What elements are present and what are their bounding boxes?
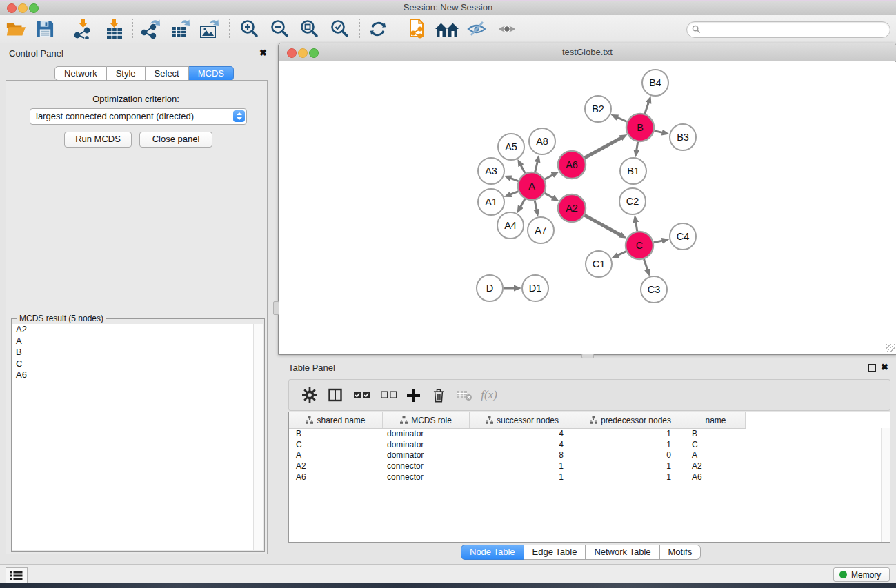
graph-node-A5[interactable]: A5 [498,134,524,160]
graph-edge-B-B1[interactable] [637,142,638,152]
graph-edge-B-B2[interactable] [617,117,627,122]
table-cell[interactable]: A2 [289,461,382,472]
optimization-criterion-select[interactable]: largest connected component (directed) [30,108,247,125]
graph-edge-A-A7[interactable] [535,201,537,211]
deselect-all-columns-icon[interactable] [377,380,401,410]
result-list-scrollbar[interactable] [253,324,263,550]
table-row[interactable]: Cdominator41C [289,440,890,451]
graph-node-B1[interactable]: B1 [620,158,646,184]
tab-node-table[interactable]: Node Table [461,545,524,560]
list-item[interactable]: C [12,358,253,370]
search-input[interactable] [686,21,890,38]
save-session-icon[interactable] [32,17,58,41]
graph-edge-A2-C[interactable] [584,215,621,235]
table-cell[interactable]: A6 [684,472,742,483]
horizontal-split-handle[interactable] [581,354,594,358]
hide-selected-eye-icon[interactable] [464,17,490,41]
run-mcds-button[interactable]: Run MCDS [64,132,132,148]
table-cell[interactable]: dominator [382,450,468,461]
tab-select[interactable]: Select [146,66,189,81]
zoom-out-icon[interactable] [266,17,292,41]
graph-node-B3[interactable]: B3 [670,124,696,150]
table-cell[interactable]: C [289,440,382,451]
network-canvas[interactable]: B4B2BB3A8A5A6A3B1AA1C2A2A4A7C4CC1DD1C3 [279,61,895,354]
list-item[interactable]: A2 [12,324,253,336]
graph-edge-A-A4[interactable] [520,199,525,207]
graph-node-A[interactable]: A [518,172,546,200]
select-all-columns-icon[interactable] [350,380,375,410]
graph-edge-A-A8[interactable] [535,161,538,172]
graph-node-A6[interactable]: A6 [558,151,586,179]
table-cell[interactable]: C [684,440,742,451]
table-cell[interactable]: A [289,450,382,461]
table-cell[interactable]: 1 [468,472,573,483]
graph-node-D1[interactable]: D1 [522,275,548,301]
graph-edge-B-B4[interactable] [645,101,649,114]
memory-button[interactable]: Memory [833,567,890,582]
table-cell[interactable]: A6 [289,472,382,483]
graph-node-A7[interactable]: A7 [528,217,554,243]
tab-motifs[interactable]: Motifs [660,545,701,560]
graph-node-C3[interactable]: C3 [641,276,667,303]
graph-node-D[interactable]: D [477,275,503,301]
list-item[interactable]: A [12,336,253,347]
table-cell[interactable]: B [684,429,742,440]
delete-table-icon[interactable] [452,380,477,410]
graph-node-A3[interactable]: A3 [478,158,504,184]
show-all-eye-icon[interactable] [494,17,520,41]
tab-network-table[interactable]: Network Table [586,545,659,560]
table-cell[interactable]: 4 [468,429,573,440]
graph-node-A4[interactable]: A4 [497,212,524,239]
close-panel-button[interactable]: Close panel [139,132,212,148]
table-cell[interactable]: dominator [382,440,468,451]
table-cell[interactable]: connector [382,472,468,483]
list-item[interactable]: B [12,347,253,358]
table-cell[interactable]: 0 [573,450,684,461]
graph-edge-A-A5[interactable] [521,165,526,174]
split-columns-icon[interactable] [323,380,348,410]
zoom-selected-icon[interactable] [326,17,352,41]
table-cell[interactable]: 1 [573,440,684,451]
graph-edge-C-C2[interactable] [635,221,637,232]
zoom-fit-icon[interactable] [296,17,322,41]
graph-edge-A6-B[interactable] [584,137,621,158]
table-row[interactable]: A2connector11A2 [289,461,890,472]
tab-mcds[interactable]: MCDS [189,66,234,81]
zoom-in-icon[interactable] [236,17,262,41]
table-row[interactable]: Adominator80A [289,450,890,461]
table-cell[interactable]: 1 [573,429,684,440]
vertical-split-handle[interactable] [273,301,279,315]
table-row[interactable]: Bdominator41B [289,429,890,440]
tab-network[interactable]: Network [54,66,107,81]
graph-edge-A-A1[interactable] [510,192,518,195]
table-cell[interactable]: connector [382,461,468,472]
graph-edge-A-A6[interactable] [545,174,554,179]
graph-node-B2[interactable]: B2 [585,96,611,122]
table-cell[interactable]: 1 [573,472,684,483]
graph-edge-B-B3[interactable] [654,131,663,133]
graph-edge-C-C1[interactable] [617,252,626,256]
table-cell[interactable]: B [289,429,382,440]
column-header-name[interactable]: name [686,412,746,428]
column-header-shared-name[interactable]: shared name [289,412,383,428]
graph-node-A8[interactable]: A8 [529,128,555,154]
graph-node-B[interactable]: B [626,114,654,141]
graph-node-A2[interactable]: A2 [558,194,586,222]
open-session-icon[interactable] [3,17,29,41]
network-from-file-icon[interactable] [404,17,430,41]
table-row[interactable]: A6connector11A6 [289,472,890,483]
graph-edge-A-A3[interactable] [510,178,518,181]
add-column-icon[interactable] [401,380,426,410]
graph-node-C1[interactable]: C1 [586,251,612,277]
list-item[interactable]: A6 [12,369,253,381]
column-header-predecessor-nodes[interactable]: predecessor nodes [575,412,686,428]
table-cell[interactable]: 8 [468,450,573,461]
import-table-icon[interactable] [101,17,128,41]
refresh-layout-icon[interactable] [365,17,391,41]
settings-gear-icon[interactable] [297,380,322,410]
table-cell[interactable]: 1 [468,461,573,472]
table-cell[interactable]: A [684,450,742,461]
table-cell[interactable]: A2 [684,461,742,472]
column-header-mcds-role[interactable]: MCDS role [383,412,470,428]
graph-node-C4[interactable]: C4 [670,223,696,250]
